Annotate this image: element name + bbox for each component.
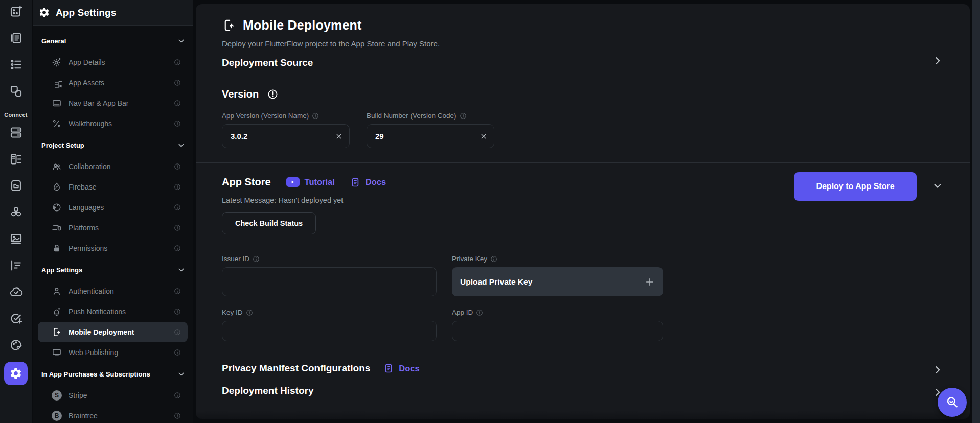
info-icon[interactable] bbox=[174, 100, 181, 107]
pages-icon[interactable] bbox=[0, 30, 32, 45]
section-header-project-setup[interactable]: Project Setup bbox=[33, 134, 193, 156]
page-header: Mobile Deployment Deploy your FlutterFlo… bbox=[222, 4, 970, 48]
info-icon[interactable] bbox=[174, 183, 181, 191]
deployment-source-row[interactable]: Deployment Source bbox=[196, 57, 970, 77]
action-blocks-icon[interactable] bbox=[0, 311, 32, 326]
sidebar-item-walkthroughs[interactable]: Walkthroughs bbox=[38, 113, 188, 134]
people-icon bbox=[52, 161, 62, 172]
gear-icon bbox=[38, 7, 50, 18]
app-version-label-row: App Version (Version Name) bbox=[222, 112, 350, 120]
sidebar-item-app-details[interactable]: App Details bbox=[38, 52, 188, 73]
nav-rail: Connect bbox=[0, 0, 32, 423]
info-icon[interactable] bbox=[174, 59, 181, 66]
sidebar-item-mobile-deployment[interactable]: Mobile Deployment bbox=[38, 322, 188, 342]
chevron-down-icon[interactable] bbox=[177, 266, 186, 274]
app-id-input[interactable] bbox=[452, 321, 663, 341]
theme-settings-icon[interactable] bbox=[0, 337, 32, 353]
flutterflow-app-settings-window: Connect App Settings General App Details bbox=[0, 0, 980, 423]
chevron-right-icon[interactable] bbox=[932, 364, 943, 375]
info-icon[interactable] bbox=[174, 328, 181, 336]
sidebar-item-push-notifications[interactable]: Push Notifications bbox=[38, 301, 188, 322]
braintree-icon: B bbox=[52, 411, 62, 421]
app-state-icon[interactable] bbox=[0, 257, 32, 273]
deploy-to-app-store-button[interactable]: Deploy to App Store bbox=[794, 172, 917, 201]
info-icon[interactable] bbox=[174, 120, 181, 127]
privacy-manifest-row[interactable]: Privacy Manifest Configurations Docs bbox=[222, 363, 970, 374]
info-icon[interactable] bbox=[174, 412, 181, 419]
section-header-iap-subscriptions[interactable]: In App Purchases & Subscriptions bbox=[33, 363, 193, 385]
privacy-docs-link[interactable]: Docs bbox=[383, 363, 419, 373]
widget-tree-icon[interactable] bbox=[0, 57, 32, 72]
info-icon[interactable] bbox=[253, 255, 260, 263]
data-schema-icon[interactable] bbox=[0, 151, 32, 167]
sidebar-item-firebase[interactable]: Firebase bbox=[38, 177, 188, 197]
info-icon[interactable] bbox=[174, 204, 181, 211]
section-header-app-settings[interactable]: App Settings bbox=[33, 258, 193, 281]
info-icon[interactable] bbox=[460, 112, 467, 120]
info-icon[interactable] bbox=[476, 309, 483, 316]
database-icon[interactable] bbox=[0, 125, 32, 140]
info-icon[interactable] bbox=[174, 392, 181, 399]
chevron-down-icon[interactable] bbox=[177, 141, 186, 150]
build-number-label-row: Build Number (Version Code) bbox=[367, 112, 494, 120]
app-version-input[interactable] bbox=[222, 124, 350, 148]
sidebar-item-app-assets[interactable]: App Assets bbox=[38, 73, 188, 93]
docs-link[interactable]: Docs bbox=[350, 177, 386, 187]
info-icon[interactable] bbox=[174, 163, 181, 170]
clear-icon[interactable] bbox=[335, 133, 343, 140]
local-files-icon[interactable] bbox=[0, 178, 32, 193]
info-icon[interactable] bbox=[174, 349, 181, 356]
clear-icon[interactable] bbox=[480, 133, 487, 140]
api-calls-icon[interactable] bbox=[0, 204, 32, 220]
info-icon[interactable] bbox=[174, 288, 181, 295]
document-icon bbox=[383, 363, 394, 373]
issuer-id-label-row: Issuer ID bbox=[222, 255, 437, 263]
sidebar-item-nav-bar-app-bar[interactable]: Nav Bar & App Bar bbox=[38, 93, 188, 113]
key-id-input[interactable] bbox=[222, 321, 437, 341]
sidebar-item-collaboration[interactable]: Collaboration bbox=[38, 156, 188, 177]
sidebar-item-languages[interactable]: Languages bbox=[38, 197, 188, 218]
gear-sparkle-icon bbox=[52, 57, 62, 67]
list-box-icon bbox=[52, 78, 62, 88]
canvas-edge bbox=[972, 0, 980, 423]
version-title: Version bbox=[222, 88, 259, 100]
build-number-input[interactable] bbox=[367, 124, 494, 148]
lock-icon bbox=[52, 243, 62, 253]
app-settings-icon[interactable] bbox=[4, 362, 28, 385]
info-icon[interactable] bbox=[174, 308, 181, 315]
tutorial-link[interactable]: Tutorial bbox=[286, 177, 335, 187]
info-icon[interactable] bbox=[490, 255, 497, 263]
issuer-id-input[interactable] bbox=[222, 267, 437, 296]
deployment-history-row[interactable]: Deployment History bbox=[222, 385, 970, 396]
check-build-status-button[interactable]: Check Build Status bbox=[222, 212, 316, 234]
phone-upload-icon bbox=[52, 327, 62, 337]
search-smile-icon bbox=[945, 395, 959, 409]
sidebar-item-stripe[interactable]: S Stripe bbox=[38, 385, 188, 406]
chevron-right-icon[interactable] bbox=[932, 55, 943, 66]
sidebar-item-authentication[interactable]: Authentication bbox=[38, 281, 188, 301]
info-icon[interactable] bbox=[246, 309, 253, 316]
add-widget-icon[interactable] bbox=[0, 4, 32, 19]
cloud-functions-icon[interactable] bbox=[0, 284, 32, 299]
sidebar-item-permissions[interactable]: Permissions bbox=[38, 238, 188, 258]
info-icon[interactable] bbox=[174, 245, 181, 252]
upload-private-key-button[interactable]: Upload Private Key bbox=[452, 267, 663, 296]
chevron-down-icon[interactable] bbox=[177, 37, 186, 45]
components-icon[interactable] bbox=[0, 83, 32, 99]
section-header-general[interactable]: General bbox=[33, 30, 193, 52]
sidebar-header: App Settings bbox=[33, 0, 193, 26]
info-icon[interactable] bbox=[174, 224, 181, 231]
chevron-down-icon[interactable] bbox=[932, 180, 943, 192]
flame-drop-icon bbox=[52, 182, 62, 192]
sidebar-item-braintree[interactable]: B Braintree bbox=[38, 406, 188, 423]
connect-section-label: Connect bbox=[4, 107, 27, 125]
document-icon bbox=[350, 177, 360, 187]
info-icon[interactable] bbox=[312, 112, 319, 120]
info-icon[interactable] bbox=[174, 79, 181, 86]
sidebar-item-platforms[interactable]: Platforms bbox=[38, 218, 188, 238]
help-search-fab[interactable] bbox=[938, 388, 967, 417]
media-assets-icon[interactable] bbox=[0, 231, 32, 246]
chevron-down-icon[interactable] bbox=[177, 370, 186, 379]
app-store-section: App Store Tutorial Docs Deploy to App St… bbox=[222, 163, 970, 341]
sidebar-item-web-publishing[interactable]: Web Publishing bbox=[38, 342, 188, 363]
